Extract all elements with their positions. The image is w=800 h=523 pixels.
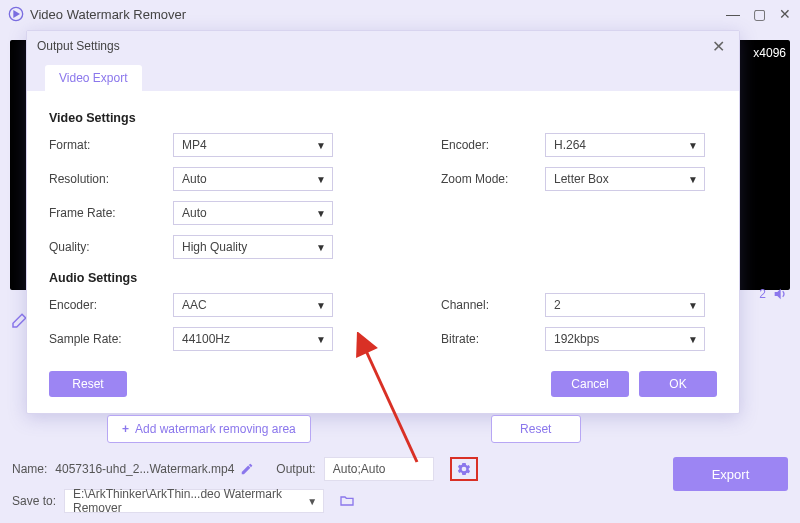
chevron-down-icon: ▼ [316, 140, 326, 151]
output-settings-dialog: Output Settings ✕ Video Export Video Set… [26, 30, 740, 414]
select-frame-rate-value: Auto [182, 206, 207, 220]
select-sample-rate-value: 44100Hz [182, 332, 230, 346]
select-channel[interactable]: 2 ▼ [545, 293, 705, 317]
select-video-encoder-value: H.264 [554, 138, 586, 152]
chevron-down-icon: ▼ [316, 300, 326, 311]
dialog-body: Video Settings Format: MP4 ▼ Encoder: H.… [27, 91, 739, 361]
output-value: Auto;Auto [333, 462, 386, 476]
label-quality: Quality: [49, 240, 159, 254]
select-channel-value: 2 [554, 298, 561, 312]
audio-settings-grid: Encoder: AAC ▼ Channel: 2 ▼ Sample Rate:… [49, 293, 717, 351]
label-zoom-mode: Zoom Mode: [441, 172, 531, 186]
label-video-encoder: Encoder: [441, 138, 531, 152]
output-value-box: Auto;Auto [324, 457, 434, 481]
save-path-value: E:\ArkThinker\ArkThin...deo Watermark Re… [73, 487, 317, 515]
select-resolution-value: Auto [182, 172, 207, 186]
label-format: Format: [49, 138, 159, 152]
label-frame-rate: Frame Rate: [49, 206, 159, 220]
select-audio-encoder[interactable]: AAC ▼ [173, 293, 333, 317]
add-watermark-area-button[interactable]: + Add watermark removing area [107, 415, 311, 443]
dialog-close-icon[interactable]: ✕ [708, 35, 729, 58]
select-resolution[interactable]: Auto ▼ [173, 167, 333, 191]
label-resolution: Resolution: [49, 172, 159, 186]
select-video-encoder[interactable]: H.264 ▼ [545, 133, 705, 157]
select-quality[interactable]: High Quality ▼ [173, 235, 333, 259]
bottom-bar: + Add watermark removing area Reset Name… [12, 415, 788, 513]
select-zoom-mode[interactable]: Letter Box ▼ [545, 167, 705, 191]
name-label: Name: [12, 462, 47, 476]
dialog-header: Output Settings ✕ [27, 31, 739, 61]
save-to-label: Save to: [12, 494, 56, 508]
volume-icon[interactable] [772, 286, 788, 302]
label-sample-rate: Sample Rate: [49, 332, 159, 346]
label-channel: Channel: [441, 298, 531, 312]
open-folder-icon[interactable] [338, 493, 356, 509]
select-quality-value: High Quality [182, 240, 247, 254]
video-settings-heading: Video Settings [49, 111, 717, 125]
save-row: Save to: E:\ArkThinker\ArkThin...deo Wat… [12, 489, 788, 513]
video-settings-grid: Format: MP4 ▼ Encoder: H.264 ▼ Resolutio… [49, 133, 717, 259]
add-reset-row: + Add watermark removing area Reset [107, 415, 788, 443]
minimize-button[interactable]: — [726, 7, 740, 21]
main-reset-label: Reset [520, 422, 551, 436]
main-reset-button[interactable]: Reset [491, 415, 581, 443]
chevron-down-icon: ▼ [688, 334, 698, 345]
select-format-value: MP4 [182, 138, 207, 152]
chevron-down-icon: ▼ [316, 174, 326, 185]
name-row: Name: 4057316-uhd_2...Watermark.mp4 Outp… [12, 457, 788, 481]
select-audio-encoder-value: AAC [182, 298, 207, 312]
output-settings-button[interactable] [450, 457, 478, 481]
label-bitrate: Bitrate: [441, 332, 531, 346]
output-label: Output: [276, 462, 315, 476]
player-time-group: 2 [759, 286, 788, 302]
pencil-icon[interactable] [240, 462, 254, 476]
reset-button[interactable]: Reset [49, 371, 127, 397]
audio-settings-heading: Audio Settings [49, 271, 717, 285]
player-time-value: 2 [759, 287, 766, 301]
chevron-down-icon: ▼ [316, 334, 326, 345]
add-watermark-area-label: Add watermark removing area [135, 422, 296, 436]
title-bar: Video Watermark Remover — ▢ ✕ [0, 0, 800, 28]
maximize-button[interactable]: ▢ [752, 7, 766, 21]
label-audio-encoder: Encoder: [49, 298, 159, 312]
app-title: Video Watermark Remover [30, 7, 186, 22]
ok-button[interactable]: OK [639, 371, 717, 397]
tab-video-export[interactable]: Video Export [45, 65, 142, 91]
chevron-down-icon: ▼ [307, 496, 317, 507]
chevron-down-icon: ▼ [688, 300, 698, 311]
select-frame-rate[interactable]: Auto ▼ [173, 201, 333, 225]
export-button[interactable]: Export [673, 457, 788, 491]
chevron-down-icon: ▼ [316, 208, 326, 219]
dialog-tabs: Video Export [27, 61, 739, 91]
cancel-button[interactable]: Cancel [551, 371, 629, 397]
dialog-title: Output Settings [37, 39, 120, 53]
file-name-value: 4057316-uhd_2...Watermark.mp4 [55, 462, 234, 476]
plus-icon: + [122, 422, 129, 436]
select-bitrate-value: 192kbps [554, 332, 599, 346]
dialog-footer: Reset Cancel OK [27, 361, 739, 413]
save-path-select[interactable]: E:\ArkThinker\ArkThin...deo Watermark Re… [64, 489, 324, 513]
select-format[interactable]: MP4 ▼ [173, 133, 333, 157]
window-controls: — ▢ ✕ [726, 7, 792, 21]
chevron-down-icon: ▼ [688, 140, 698, 151]
name-box: 4057316-uhd_2...Watermark.mp4 [55, 462, 254, 476]
chevron-down-icon: ▼ [316, 242, 326, 253]
select-sample-rate[interactable]: 44100Hz ▼ [173, 327, 333, 351]
close-button[interactable]: ✕ [778, 7, 792, 21]
select-bitrate[interactable]: 192kbps ▼ [545, 327, 705, 351]
select-zoom-mode-value: Letter Box [554, 172, 609, 186]
app-logo-icon [8, 6, 24, 22]
gear-icon [456, 461, 472, 477]
chevron-down-icon: ▼ [688, 174, 698, 185]
video-dimensions-label: x4096 [753, 46, 786, 60]
